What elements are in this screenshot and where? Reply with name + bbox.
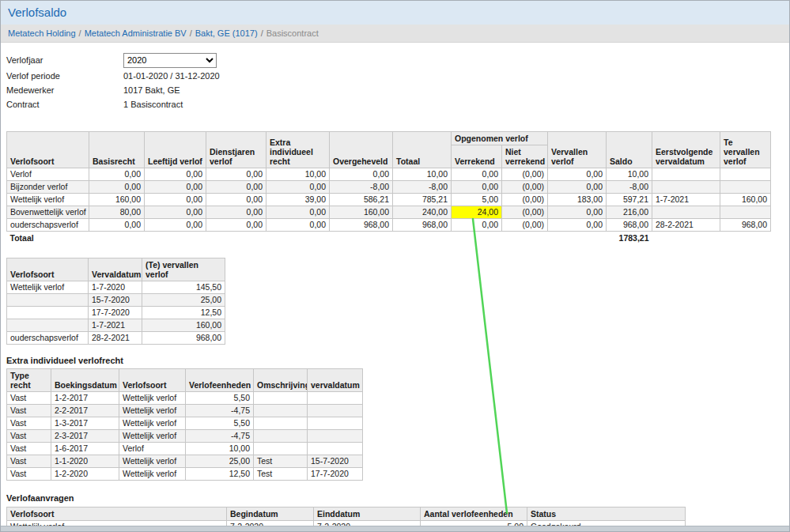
table-cell: 0,00 (266, 206, 330, 219)
verlofsaldo-table: VerlofsoortBasisrechtLeeftijd verlofDien… (6, 131, 771, 245)
extra-verlofrecht-title: Extra individueel verlofrecht (6, 356, 789, 365)
table-cell: Wettelijk verlof (119, 417, 186, 430)
form-row-medewerker: Medewerker 1017 Bakt, GE (6, 83, 789, 96)
table-cell: 10,00 (186, 443, 254, 455)
table-cell: 0,00 (145, 219, 206, 232)
table-cell: (0,00) (502, 206, 548, 219)
table-cell (502, 232, 548, 246)
table-cell: Vast (7, 430, 51, 443)
verlof-periode-value: 01-01-2020 / 31-12-2020 (123, 71, 220, 81)
table-cell: 0,00 (452, 168, 502, 181)
medewerker-label: Medewerker (6, 85, 123, 95)
table-cell: Wettelijk verlof (7, 194, 89, 206)
table-cell: 10,00 (393, 168, 452, 181)
table-cell: 597,21 (607, 194, 652, 206)
table-cell: Bovenwettelijk verlof (7, 206, 89, 219)
medewerker-value: 1017 Bakt, GE (123, 85, 180, 95)
verlofsaldo-page: Verlofsaldo Metatech Holding/Metatech Ad… (0, 0, 790, 532)
form-row-verlof-periode: Verlof periode 01-01-2020 / 31-12-2020 (6, 69, 789, 82)
table-total-row: Totaal1783,21 (7, 232, 771, 246)
table-cell: 28-2-2021 (652, 219, 720, 232)
table-cell (308, 405, 363, 417)
table-cell: 0,00 (452, 219, 502, 232)
table-cell: 0,00 (452, 181, 502, 194)
column-header: Vervallen verlof (548, 132, 607, 168)
table-cell (548, 232, 607, 246)
verlofjaar-select[interactable]: 2020 (123, 53, 217, 68)
table-cell: 216,00 (607, 206, 652, 219)
form-row-contract: Contract 1 Basiscontract (6, 97, 789, 111)
table-cell: 28-2-2021 (89, 332, 142, 345)
table-cell (720, 168, 771, 181)
table-cell (254, 430, 308, 443)
table-cell: (0,00) (502, 194, 548, 206)
breadcrumb-separator: / (190, 28, 192, 38)
table-cell (254, 443, 308, 455)
table-row: Vast1-1-2020Wettelijk verlof25,00Test15-… (7, 455, 363, 468)
table-cell: 12,50 (142, 307, 225, 319)
table-cell: Vast (7, 455, 51, 468)
column-header: Verlofsoort (7, 132, 89, 168)
table-cell: 17-7-2020 (89, 307, 142, 319)
table-cell: 0,00 (330, 168, 393, 181)
table-cell: 1-7-2021 (652, 194, 720, 206)
table-cell: 0,00 (145, 194, 206, 206)
verlofjaar-label: Verlofjaar (6, 55, 123, 65)
table-cell: 0,00 (89, 168, 145, 181)
table-cell: 0,00 (89, 219, 145, 232)
column-header: Verrekend (452, 145, 502, 168)
table-row: Vast1-3-2017Wettelijk verlof5,50 (7, 417, 363, 430)
table-cell (145, 232, 206, 246)
table-cell: 0,00 (266, 219, 330, 232)
table-cell (308, 417, 363, 430)
verlof-periode-label: Verlof periode (6, 71, 123, 81)
breadcrumb-link-administratie[interactable]: Metatech Administratie BV (85, 28, 187, 38)
table-cell (206, 232, 266, 246)
horizontal-scrollbar[interactable] (1, 526, 789, 531)
table-cell (652, 206, 720, 219)
table-cell: -8,00 (393, 181, 452, 194)
table-cell: 15-7-2020 (308, 455, 363, 468)
breadcrumb-link-holding[interactable]: Metatech Holding (8, 28, 76, 38)
table-row: Bovenwettelijk verlof80,000,000,000,0016… (7, 206, 771, 219)
page-title: Verlofsaldo (8, 6, 66, 19)
highlighted-cell: 24,00 (452, 206, 502, 219)
table-cell: 2-2-2017 (51, 405, 119, 417)
table-cell: -8,00 (330, 181, 393, 194)
table-cell: 5,50 (186, 392, 254, 405)
table-cell: 2-3-2017 (51, 430, 119, 443)
column-header: vervaldatum (308, 369, 363, 392)
table-cell: 160,00 (720, 194, 771, 206)
total-cell: Totaal (7, 232, 89, 246)
table-cell (254, 405, 308, 417)
column-header: Te vervallen verlof (720, 132, 771, 168)
table-cell: Wettelijk verlof (119, 430, 186, 443)
breadcrumb-link-medewerker[interactable]: Bakt, GE (1017) (195, 28, 258, 38)
column-header: Verlofsoort (7, 258, 89, 281)
table-cell: 0,00 (548, 219, 607, 232)
table-cell: 240,00 (393, 206, 452, 219)
table-cell: 968,00 (393, 219, 452, 232)
column-header: Overgeheveld (330, 132, 393, 168)
table-cell: 5,00 (452, 194, 502, 206)
table-cell (266, 232, 330, 246)
table-cell: ouderschapsverlof (7, 332, 89, 345)
table-cell (7, 294, 89, 307)
column-header: Basisrecht (89, 132, 145, 168)
table-row: ouderschapsverlof0,000,000,000,00968,009… (7, 219, 771, 232)
table-cell: 1-2-2017 (51, 392, 119, 405)
breadcrumb-separator: / (79, 28, 81, 38)
column-header: Eerstvolgende vervaldatum (652, 132, 720, 168)
column-header: Extra individueel recht (266, 132, 330, 168)
table-cell: 0,00 (89, 181, 145, 194)
table-row: Vast1-6-2017Verlof10,00 (7, 443, 363, 455)
table-cell: 5,50 (186, 417, 254, 430)
table-cell (652, 232, 720, 246)
contract-value: 1 Basiscontract (123, 100, 183, 109)
table-cell: Wettelijk verlof (7, 281, 89, 294)
column-header: Totaal (393, 132, 452, 168)
table-cell: Vast (7, 468, 51, 481)
column-header: Type recht (7, 369, 51, 392)
column-header: Begindatum (227, 507, 314, 521)
total-cell: 1783,21 (607, 232, 652, 246)
